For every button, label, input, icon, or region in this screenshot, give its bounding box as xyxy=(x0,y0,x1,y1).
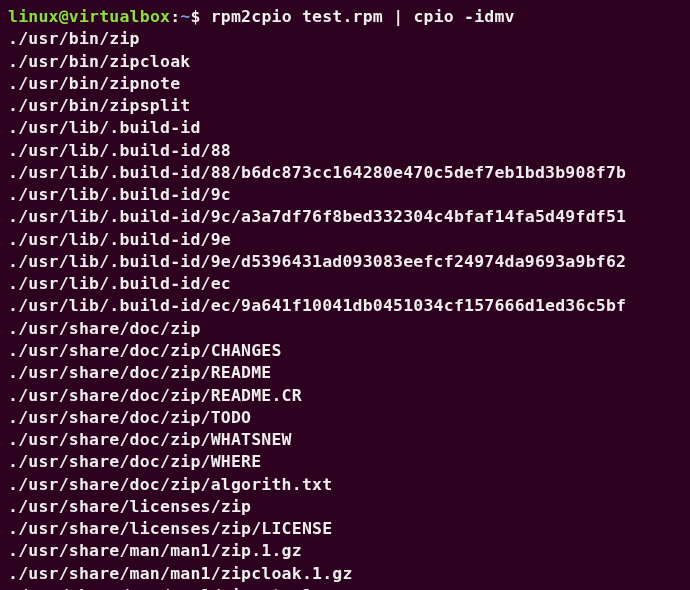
output-line: ./usr/share/man/man1/zipcloak.1.gz xyxy=(8,563,682,585)
output-line: ./usr/lib/.build-id/9e/d5396431ad093083e… xyxy=(8,251,682,273)
prompt-dollar: $ xyxy=(190,7,210,26)
output-line: ./usr/share/licenses/zip/LICENSE xyxy=(8,518,682,540)
output-line: ./usr/share/doc/zip/WHATSNEW xyxy=(8,429,682,451)
terminal-prompt-line[interactable]: linux@virtualbox:~$ rpm2cpio test.rpm | … xyxy=(8,6,682,28)
output-line: ./usr/bin/zip xyxy=(8,28,682,50)
output-line: ./usr/share/man/man1/zipnote.1.gz xyxy=(8,585,682,590)
output-line: ./usr/lib/.build-id/88 xyxy=(8,140,682,162)
terminal-output: ./usr/bin/zip./usr/bin/zipcloak./usr/bin… xyxy=(8,28,682,590)
output-line: ./usr/lib/.build-id/88/b6dc873cc164280e4… xyxy=(8,162,682,184)
output-line: ./usr/share/man/man1/zip.1.gz xyxy=(8,540,682,562)
output-line: ./usr/lib/.build-id/ec/9a641f10041db0451… xyxy=(8,295,682,317)
command-text: rpm2cpio test.rpm | cpio -idmv xyxy=(211,7,515,26)
prompt-user: linux xyxy=(8,7,59,26)
prompt-path: ~ xyxy=(180,7,190,26)
output-line: ./usr/share/doc/zip/algorith.txt xyxy=(8,474,682,496)
output-line: ./usr/share/doc/zip/TODO xyxy=(8,407,682,429)
prompt-colon: : xyxy=(170,7,180,26)
output-line: ./usr/lib/.build-id/9c/a3a7df76f8bed3323… xyxy=(8,206,682,228)
output-line: ./usr/share/doc/zip/CHANGES xyxy=(8,340,682,362)
output-line: ./usr/share/doc/zip xyxy=(8,318,682,340)
output-line: ./usr/share/doc/zip/README xyxy=(8,362,682,384)
output-line: ./usr/bin/zipsplit xyxy=(8,95,682,117)
output-line: ./usr/bin/zipnote xyxy=(8,73,682,95)
output-line: ./usr/lib/.build-id/9c xyxy=(8,184,682,206)
output-line: ./usr/share/licenses/zip xyxy=(8,496,682,518)
output-line: ./usr/lib/.build-id/9e xyxy=(8,229,682,251)
output-line: ./usr/share/doc/zip/README.CR xyxy=(8,385,682,407)
output-line: ./usr/lib/.build-id/ec xyxy=(8,273,682,295)
output-line: ./usr/lib/.build-id xyxy=(8,117,682,139)
output-line: ./usr/bin/zipcloak xyxy=(8,51,682,73)
prompt-at: @ xyxy=(59,7,69,26)
output-line: ./usr/share/doc/zip/WHERE xyxy=(8,451,682,473)
prompt-host: virtualbox xyxy=(69,7,170,26)
